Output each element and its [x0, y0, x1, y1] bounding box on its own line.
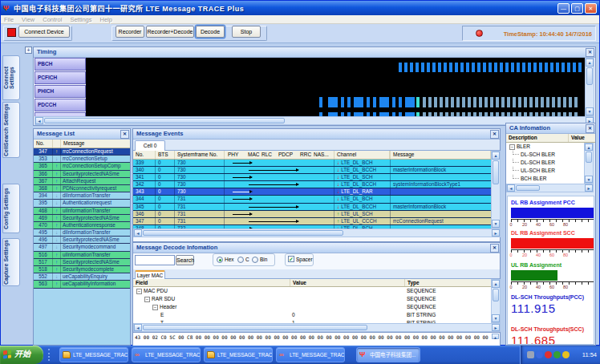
message-list-row[interactable]: 469↑SecurityprotectedNASme: [34, 215, 130, 222]
collapse-icon[interactable]: −: [509, 144, 515, 150]
scroll-up-icon[interactable]: ▲: [492, 334, 499, 339]
events-row[interactable]: 3410730↓LTE_DL_SCH: [133, 174, 491, 181]
events-col-rrc[interactable]: RRC: [300, 151, 311, 159]
events-col-systemframeno[interactable]: Systemframe No.: [175, 151, 225, 159]
menu-view[interactable]: View: [22, 16, 34, 23]
events-col-pdcp[interactable]: PDCP: [278, 151, 293, 159]
message-list-row[interactable]: 368↑PDNconnectivityrequest: [34, 185, 130, 192]
taskbar-task-0[interactable]: LTE_MESSAGE_TRAC...: [59, 347, 128, 362]
col-value[interactable]: Value: [569, 134, 595, 142]
events-hscrollbar[interactable]: ◄ ►: [133, 229, 501, 237]
spacer-checkbox[interactable]: ✓: [288, 256, 294, 262]
scroll-down-icon[interactable]: ▼: [492, 314, 500, 322]
col-field[interactable]: Field: [133, 279, 290, 286]
scroll-down-icon[interactable]: ▼: [585, 176, 593, 183]
message-list-row[interactable]: 395↓Authenticationrequest: [34, 200, 130, 207]
tray-clock[interactable]: 11:54: [582, 351, 597, 358]
hex-radio[interactable]: [217, 257, 223, 263]
message-list-row[interactable]: 495↓dlInformationTransfer: [34, 229, 130, 237]
col-message[interactable]: Message: [61, 140, 130, 148]
taskbar-task-1[interactable]: ∞LTE_MESSAGE_TRAC...: [132, 347, 201, 362]
taskbar-task-2[interactable]: LTE_MESSAGE_TRAC...: [204, 347, 273, 362]
bin-radio-label[interactable]: Bin: [260, 257, 267, 262]
tab-layer-mac[interactable]: Layer MAC: [135, 270, 165, 279]
message-list-row[interactable]: 563↑ueCapabilityInformation: [34, 281, 130, 288]
channel-button-pcfich[interactable]: PCFICH: [34, 71, 86, 84]
scroll-left-icon[interactable]: ◄: [134, 324, 142, 331]
scroll-up-icon[interactable]: ▲: [492, 152, 500, 160]
eject-icon[interactable]: [527, 351, 534, 358]
spacer-label[interactable]: Spacer: [296, 257, 313, 262]
events-row[interactable]: 3450731↓LTE_DL_BCCHmasterInformationBloc…: [133, 204, 491, 211]
events-col-mac[interactable]: MAC: [248, 151, 259, 159]
c-radio[interactable]: [237, 257, 244, 263]
menu-settings[interactable]: Settings: [70, 16, 91, 23]
events-col-bts[interactable]: BTS: [156, 151, 175, 159]
collapse-icon[interactable]: −: [136, 289, 142, 294]
events-row[interactable]: 3390730↓LTE_DL_BCH: [133, 160, 491, 167]
events-col-channel[interactable]: Channel: [334, 151, 390, 159]
events-col-no[interactable]: No.: [133, 151, 156, 159]
col-type[interactable]: Type: [405, 279, 491, 286]
channel-button-phich[interactable]: PHICH: [34, 85, 86, 98]
scroll-right-icon[interactable]: ►: [585, 184, 593, 192]
events-row[interactable]: 3430730↓LTE_DL_RAR: [133, 188, 491, 196]
message-list-row[interactable]: 468↑ulInformationTransfer: [34, 208, 130, 215]
hex-radio-label[interactable]: Hex: [225, 257, 234, 262]
scroll-up-icon[interactable]: ▲: [586, 59, 594, 67]
events-row[interactable]: 3400730↓LTE_DL_BCCHmasterInformationBloc…: [133, 167, 491, 174]
taskbar-task-3[interactable]: ∞LTE_MESSAGE_TRAC...: [276, 347, 345, 362]
decode-vscrollbar[interactable]: ▲ ▼: [491, 279, 501, 323]
ca-tree-item[interactable]: BCH BLER: [506, 175, 584, 183]
ca-tree-root[interactable]: −BLER: [506, 143, 584, 151]
col-description[interactable]: Description: [506, 134, 569, 142]
network-icon[interactable]: [536, 351, 543, 358]
col-no[interactable]: No.: [34, 140, 53, 148]
message-list-row[interactable]: 552↓ueCapabilityEnquiry: [34, 273, 130, 281]
taskbar-task-4[interactable]: Ψ中国电子科技集团...: [356, 347, 420, 362]
events-col-message[interactable]: Message: [390, 151, 491, 159]
search-input[interactable]: [135, 255, 175, 265]
message-list-row[interactable]: 496↓SecurityprotectedNASme: [34, 237, 130, 244]
menu-control[interactable]: Control: [43, 16, 62, 23]
events-row[interactable]: 3470731↑LTE_UL_CCCHrrcConnectionRequest: [133, 218, 491, 225]
hex-dump-area[interactable]: 43 00 02 C0 5C 00 C8 00 00 00 00 00 00 0…: [133, 332, 500, 346]
message-list-row[interactable]: 517↑SecurityprotectedNASme: [34, 259, 130, 266]
events-col-nas[interactable]: NAS...: [314, 151, 329, 159]
alert-icon[interactable]: [545, 351, 552, 358]
events-col-rlc[interactable]: RLC: [261, 151, 272, 159]
minimize-button[interactable]: —: [557, 3, 570, 14]
menu-help[interactable]: Help: [100, 16, 112, 23]
events-row[interactable]: 3420730↓LTE_DL_BCCHsystemInformationBloc…: [133, 181, 491, 188]
dock-expand-icon[interactable]: +: [25, 47, 32, 54]
sidebar-tab-capture-settings[interactable]: Capture Settings: [2, 238, 20, 286]
start-button[interactable]: 开始: [0, 346, 43, 364]
search-button[interactable]: Search: [176, 255, 194, 265]
recorder-button[interactable]: Recorder: [116, 26, 144, 38]
sidebar-tab-connect-settings[interactable]: Connect Settings: [2, 55, 20, 100]
titlebar[interactable]: Ψ 中国电子科技集团公司第四十一研究所 LTE Message TRACE Pl…: [1, 1, 599, 15]
ca-hscrollbar[interactable]: ◄ ►: [506, 184, 594, 192]
events-row[interactable]: 3460731↑LTE_UL_SCH: [133, 211, 491, 218]
decode-field-row[interactable]: −MAC PDUSEQUENCE: [133, 287, 491, 295]
maximize-button[interactable]: ▢: [571, 3, 583, 14]
decode-field-row[interactable]: −HeaderSEQUENCE: [133, 303, 491, 311]
scroll-up-icon[interactable]: ▲: [585, 144, 593, 151]
collapse-icon[interactable]: −: [152, 305, 158, 310]
message-list-row[interactable]: 516↑ulInformationTransfer: [34, 252, 130, 259]
close-button[interactable]: ✕: [585, 3, 597, 14]
ca-vscrollbar[interactable]: ▲ ▼: [584, 143, 594, 184]
ca-tree-item[interactable]: DL-SCH BLER: [506, 151, 584, 159]
bin-radio[interactable]: [252, 257, 258, 263]
message-list-row[interactable]: 470↑Authenticationresponse: [34, 222, 130, 229]
decode-close-icon[interactable]: ✕: [490, 244, 499, 253]
decode-field-row[interactable]: E0BIT STRING: [133, 311, 491, 319]
message-list-row[interactable]: 367↑AttachRequest: [34, 178, 130, 185]
connect-device-button[interactable]: Connect Device: [18, 26, 70, 38]
col-value[interactable]: Value: [290, 279, 405, 286]
shield-icon[interactable]: [553, 351, 561, 358]
scroll-left-icon[interactable]: ◄: [134, 229, 142, 237]
timing-canvas[interactable]: [86, 58, 585, 116]
sidebar-tab-config-settings[interactable]: Config Settings: [2, 184, 20, 233]
timing-vscrollbar[interactable]: ▲ ▼: [585, 58, 594, 116]
